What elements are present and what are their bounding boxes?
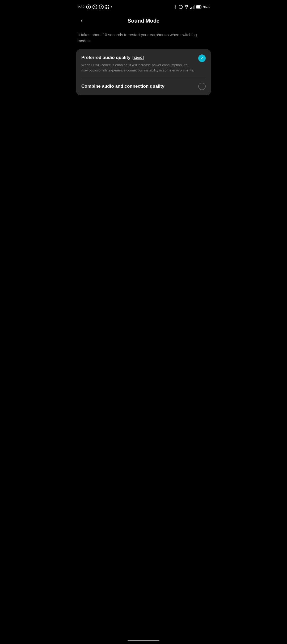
svg-rect-9 xyxy=(193,6,193,9)
svg-point-6 xyxy=(186,8,187,9)
facebook-icon-1: f xyxy=(86,5,91,9)
back-button[interactable]: ‹ xyxy=(77,16,87,26)
svg-rect-8 xyxy=(191,7,192,9)
wifi-icon xyxy=(184,5,189,9)
page-title: Sound Mode xyxy=(128,18,159,24)
bluetooth-icon xyxy=(174,5,177,9)
battery-percent: 96% xyxy=(203,5,210,9)
signal-icon xyxy=(190,5,195,9)
option-description-preferred: When LDAC codec is enabled, it will incr… xyxy=(81,63,194,72)
option-title-preferred: Preferred audio quality xyxy=(81,55,130,60)
status-dot xyxy=(111,6,112,7)
option-title-row-preferred: Preferred audio quality LDAC xyxy=(81,55,195,60)
facebook-icon-3: f xyxy=(99,5,104,9)
svg-rect-0 xyxy=(105,5,107,6)
options-card: Preferred audio quality LDAC When LDAC c… xyxy=(76,49,211,95)
ldac-badge: LDAC xyxy=(133,56,144,60)
svg-rect-3 xyxy=(108,7,109,9)
option-combine-quality[interactable]: Combine audio and connection quality xyxy=(76,77,211,95)
svg-rect-2 xyxy=(105,7,107,9)
svg-rect-7 xyxy=(190,8,191,9)
facebook-icon-2: f xyxy=(92,5,97,9)
radio-checked-icon: ✓ xyxy=(198,54,206,62)
subtitle-text: It takes about 10 seconds to restart you… xyxy=(72,30,215,49)
option-content-preferred: Preferred audio quality LDAC When LDAC c… xyxy=(81,55,195,73)
svg-rect-13 xyxy=(196,6,200,8)
header: ‹ Sound Mode xyxy=(72,13,215,30)
option-title-combine: Combine audio and connection quality xyxy=(81,84,164,89)
status-right: 96% xyxy=(174,5,210,9)
minus-circle-icon xyxy=(179,5,183,9)
option-content-combine: Combine audio and connection quality xyxy=(81,84,195,89)
svg-rect-10 xyxy=(194,5,195,9)
checkmark-icon: ✓ xyxy=(200,56,204,60)
battery-icon xyxy=(196,5,202,9)
status-bar: 1:32 f f f xyxy=(72,0,215,13)
status-left: 1:32 f f f xyxy=(77,5,112,9)
svg-rect-12 xyxy=(201,6,201,8)
svg-rect-1 xyxy=(108,5,109,6)
grid-icon xyxy=(105,5,109,9)
option-preferred-quality[interactable]: Preferred audio quality LDAC When LDAC c… xyxy=(76,49,211,77)
radio-unchecked-icon xyxy=(198,83,206,90)
back-arrow-icon: ‹ xyxy=(81,18,83,24)
status-time: 1:32 xyxy=(77,5,85,9)
